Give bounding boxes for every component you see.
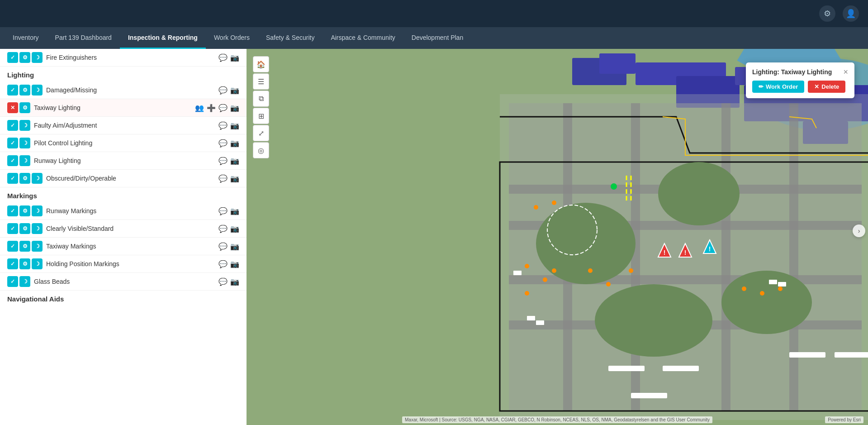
- svg-point-31: [606, 282, 611, 287]
- camera-icon[interactable]: 📷: [230, 86, 239, 95]
- grid-tool-button[interactable]: ⊞: [253, 108, 269, 124]
- camera-icon[interactable]: 📷: [230, 104, 239, 112]
- user-button[interactable]: 👤: [843, 5, 859, 22]
- section-heading-nav-aids: Navigational Aids: [0, 291, 247, 306]
- item-label: Damaged/Missing: [46, 86, 215, 94]
- map-toolbar: 🏠 ☰ ⧉ ⊞ ⤢ ◎: [253, 56, 269, 158]
- camera-icon[interactable]: 📷: [230, 207, 239, 215]
- item-actions: 💬 📷: [218, 260, 239, 268]
- nav-part139[interactable]: Part 139 Dashboard: [47, 27, 120, 49]
- chat-icon[interactable]: 💬: [218, 224, 228, 233]
- chat-icon[interactable]: 💬: [218, 104, 228, 112]
- svg-rect-45: [527, 316, 535, 320]
- nav-inventory[interactable]: Inventory: [5, 27, 47, 49]
- item-label: Obscured/Dirty/Operable: [46, 175, 215, 182]
- svg-rect-18: [789, 103, 798, 411]
- nav-safety[interactable]: Safety & Security: [258, 27, 323, 49]
- camera-icon[interactable]: 📷: [230, 242, 239, 251]
- camera-icon[interactable]: 📷: [230, 224, 239, 233]
- list-item: ✓ ☽ Faulty Aim/Adjustment 💬 📷: [0, 117, 247, 134]
- chat-icon[interactable]: 💬: [218, 121, 228, 130]
- compass-tool-button[interactable]: ◎: [253, 142, 269, 158]
- gear-icon: ⚙: [19, 223, 30, 234]
- layers-tool-button[interactable]: ⧉: [253, 91, 269, 107]
- map-area: ! ! ! 🏠 ☰ ⧉ ⊞ ⤢ ◎ Lighting: Taxiway Ligh…: [247, 49, 868, 425]
- svg-rect-44: [513, 271, 522, 275]
- x-icon: ✕: [814, 83, 819, 90]
- chat-icon[interactable]: 💬: [218, 174, 228, 183]
- home-tool-button[interactable]: 🏠: [253, 56, 269, 72]
- nav-airspace[interactable]: Airspace & Community: [323, 27, 403, 49]
- gear-icon: ⚙: [824, 9, 831, 19]
- assign-icon[interactable]: 👥: [195, 104, 204, 112]
- check-icon: ✓: [7, 205, 18, 216]
- delete-button[interactable]: ✕ Delete: [808, 81, 845, 93]
- gear-icon: ⚙: [19, 241, 30, 252]
- camera-icon[interactable]: 📷: [230, 174, 239, 183]
- edit-icon: ✏: [759, 83, 764, 90]
- chat-icon[interactable]: 💬: [218, 139, 228, 148]
- svg-rect-42: [631, 393, 667, 398]
- svg-point-33: [742, 287, 746, 291]
- item-actions: 💬 📷: [218, 242, 239, 251]
- chat-icon[interactable]: 💬: [218, 277, 228, 286]
- moon-icon: ☽: [19, 120, 30, 131]
- topbar: ⚙ 👤: [0, 0, 868, 27]
- moon-icon: ☽: [32, 205, 43, 216]
- item-label: Fire Extinguishers: [46, 54, 215, 61]
- list-tool-button[interactable]: ☰: [253, 73, 269, 90]
- check-icon: ✓: [7, 52, 18, 63]
- svg-point-21: [595, 284, 712, 357]
- chat-icon[interactable]: 💬: [218, 260, 228, 268]
- delete-label: Delete: [821, 83, 839, 90]
- item-actions: 💬 📷: [218, 157, 239, 165]
- popup-panel: Lighting: Taxiway Lighting × ✏ Work Orde…: [746, 62, 854, 98]
- svg-rect-17: [721, 103, 730, 411]
- popup-close-button[interactable]: ×: [843, 68, 848, 76]
- item-actions: 💬 📷: [218, 207, 239, 215]
- work-order-button[interactable]: ✏ Work Order: [752, 81, 804, 93]
- item-icon-group: ✓ ☽: [7, 120, 30, 131]
- chat-icon[interactable]: 💬: [218, 207, 228, 215]
- nav-development[interactable]: Development Plan: [403, 27, 471, 49]
- nav-workorders[interactable]: Work Orders: [206, 27, 258, 49]
- camera-icon[interactable]: 📷: [230, 121, 239, 130]
- chat-icon[interactable]: 💬: [218, 86, 228, 95]
- camera-icon[interactable]: 📷: [230, 260, 239, 268]
- scroll-indicator[interactable]: ›: [853, 224, 865, 237]
- chat-icon[interactable]: 💬: [218, 53, 228, 62]
- popup-actions: ✏ Work Order ✕ Delete: [752, 81, 848, 93]
- settings-button[interactable]: ⚙: [819, 5, 835, 22]
- list-item: ✓ ⚙ ☽ Fire Extinguishers 💬 📷: [0, 49, 247, 67]
- chat-icon[interactable]: 💬: [218, 157, 228, 165]
- fullscreen-tool-button[interactable]: ⤢: [253, 125, 269, 141]
- add-person-icon[interactable]: ➕: [207, 104, 216, 112]
- list-item: ✓ ⚙ ☽ Taxiway Markings 💬 📷: [0, 238, 247, 255]
- item-actions: 💬 📷: [218, 139, 239, 148]
- check-icon: ✓: [7, 241, 18, 252]
- camera-icon[interactable]: 📷: [230, 277, 239, 286]
- item-label: Taxiway Lighting: [34, 104, 191, 111]
- svg-rect-41: [835, 352, 868, 358]
- moon-icon: ☽: [19, 155, 30, 166]
- item-label: Taxiway Markings: [46, 243, 215, 250]
- check-icon: ✓: [7, 276, 18, 287]
- moon-icon: ☽: [32, 85, 43, 96]
- svg-point-34: [760, 291, 764, 296]
- item-icon-group: ✓ ⚙ ☽: [7, 258, 43, 269]
- moon-icon: ☽: [32, 241, 43, 252]
- x-icon: ✕: [7, 102, 18, 113]
- camera-icon[interactable]: 📷: [230, 157, 239, 165]
- camera-icon[interactable]: 📷: [230, 53, 239, 62]
- gear-icon: ⚙: [19, 258, 30, 269]
- chat-icon[interactable]: 💬: [218, 242, 228, 251]
- item-icon-group: ✓ ☽: [7, 276, 30, 287]
- gear-icon: ⚙: [19, 85, 30, 96]
- item-icon-group: ✓ ⚙ ☽: [7, 85, 43, 96]
- camera-icon[interactable]: 📷: [230, 139, 239, 148]
- svg-point-26: [525, 264, 529, 268]
- svg-rect-38: [608, 366, 645, 371]
- item-icon-group: ✓ ⚙ ☽: [7, 241, 43, 252]
- nav-inspection[interactable]: Inspection & Reporting: [120, 27, 206, 49]
- item-label: Holding Position Markings: [46, 260, 215, 267]
